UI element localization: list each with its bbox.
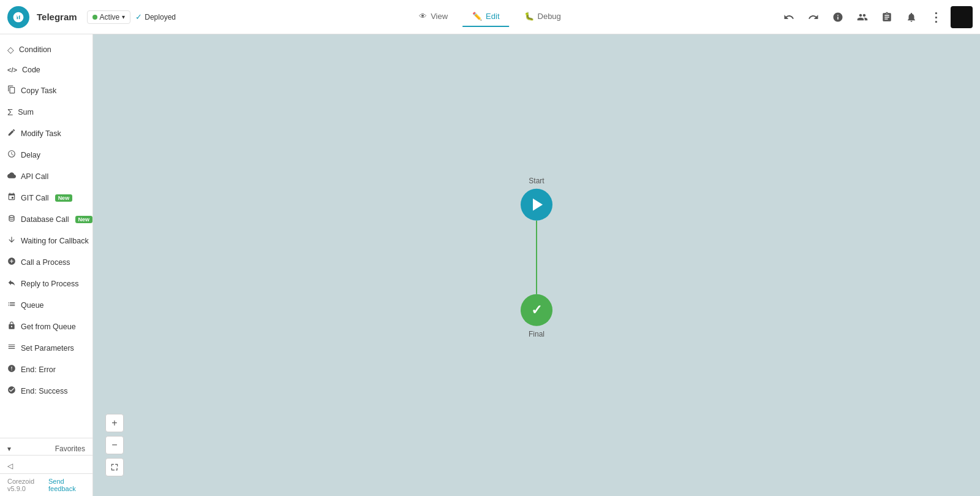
connector-line — [536, 220, 537, 294]
git-icon — [7, 193, 16, 203]
tab-view[interactable]: 👁 View — [409, 7, 458, 27]
tab-debug[interactable]: 🐛 Debug — [514, 7, 571, 27]
debug-icon: 🐛 — [524, 12, 534, 21]
tab-debug-label: Debug — [538, 12, 561, 21]
edit-icon: ✏️ — [472, 12, 482, 21]
header: Telegram Active ▾ ✓ Deployed 👁 View ✏️ E… — [0, 0, 980, 34]
users-button[interactable] — [853, 7, 872, 27]
sidebar-item-git-call[interactable]: GIT Call New — [0, 187, 92, 208]
undo-button[interactable] — [779, 7, 799, 27]
chevron-down-icon: ▾ — [7, 444, 11, 453]
zoom-in-button[interactable]: + — [105, 414, 124, 432]
check-icon: ✓ — [135, 12, 142, 21]
tab-view-label: View — [431, 12, 448, 21]
copy-icon — [7, 85, 16, 96]
end-success-icon — [7, 386, 16, 396]
app-title: Telegram — [37, 12, 77, 22]
database-icon — [7, 214, 16, 224]
end-error-icon — [7, 364, 16, 375]
header-tabs: 👁 View ✏️ Edit 🐛 Debug — [409, 7, 571, 27]
sidebar-item-queue[interactable]: Queue — [0, 294, 92, 316]
status-active[interactable]: Active ▾ — [87, 10, 131, 24]
fit-view-button[interactable] — [105, 458, 124, 476]
sidebar-item-sum[interactable]: Σ Sum — [0, 101, 92, 123]
sidebar-item-label: End: Error — [21, 365, 56, 374]
send-feedback-link[interactable]: Send feedback — [48, 478, 85, 492]
sidebar-item-label: Call a Process — [21, 258, 70, 267]
sidebar-item-waiting-callback[interactable]: Waiting for Callback — [0, 230, 92, 251]
header-toolbar: ⋮ — [779, 6, 973, 28]
tab-edit[interactable]: ✏️ Edit — [462, 7, 509, 27]
avatar[interactable] — [951, 6, 973, 28]
sidebar-item-set-parameters[interactable]: Set Parameters — [0, 337, 92, 359]
set-params-icon — [7, 343, 16, 353]
more-button[interactable]: ⋮ — [926, 7, 946, 27]
main-layout: ◇ Condition </> Code Copy Task Σ Sum — [0, 34, 980, 496]
active-label: Active — [100, 13, 120, 21]
flow-diagram: Start ✓ Final — [521, 176, 552, 338]
collapse-icon: ◁ — [7, 462, 13, 470]
fit-icon — [110, 463, 119, 471]
sidebar-item-label: Database Call — [21, 215, 69, 224]
sum-icon: Σ — [7, 107, 13, 117]
active-dot — [92, 15, 97, 20]
canvas-controls: + − — [105, 414, 124, 476]
sidebar-item-api-call[interactable]: API Call — [0, 166, 92, 187]
sidebar-item-label: Condition — [19, 45, 51, 54]
start-node[interactable] — [521, 188, 552, 220]
queue-icon — [7, 300, 16, 310]
info-button[interactable] — [828, 7, 848, 27]
sidebar-item-call-process[interactable]: Call a Process — [0, 251, 92, 273]
plus-icon: + — [111, 418, 117, 429]
call-process-icon — [7, 257, 16, 267]
sidebar-item-delay[interactable]: Delay — [0, 144, 92, 166]
api-icon — [7, 171, 16, 181]
reply-icon — [7, 278, 16, 289]
favorites-label: Favorites — [55, 444, 85, 453]
code-icon: </> — [7, 66, 17, 74]
sidebar-item-modify-task[interactable]: Modify Task — [0, 123, 92, 144]
sidebar-item-database-call[interactable]: Database Call New — [0, 208, 92, 230]
sidebar-item-reply-process[interactable]: Reply to Process — [0, 273, 92, 294]
check-mark-icon: ✓ — [531, 302, 542, 318]
play-icon — [533, 198, 543, 210]
chevron-down-icon: ▾ — [122, 13, 125, 20]
sidebar-item-label: End: Success — [21, 387, 67, 395]
app-logo — [7, 6, 29, 28]
get-queue-icon — [7, 321, 16, 332]
start-label: Start — [529, 176, 544, 185]
sidebar-item-condition[interactable]: ◇ Condition — [0, 39, 92, 60]
final-label: Final — [529, 329, 545, 338]
sidebar-item-label: Get from Queue — [21, 322, 76, 331]
canvas[interactable]: Start ✓ Final + − — [93, 34, 980, 496]
sidebar-item-label: GIT Call — [21, 194, 49, 202]
minus-icon: − — [111, 440, 117, 451]
sidebar-item-get-queue[interactable]: Get from Queue — [0, 316, 92, 337]
deployed-label: Deployed — [145, 13, 176, 21]
sidebar-item-label: Delay — [21, 151, 40, 159]
sidebar: ◇ Condition </> Code Copy Task Σ Sum — [0, 34, 93, 496]
redo-button[interactable] — [804, 7, 823, 27]
final-node[interactable]: ✓ — [521, 294, 552, 326]
clipboard-button[interactable] — [877, 7, 897, 27]
sidebar-item-label: Reply to Process — [21, 280, 78, 288]
bell-button[interactable] — [902, 7, 921, 27]
status-deployed: ✓ Deployed — [135, 12, 176, 21]
sidebar-footer: Corezoid v5.9.0 Send feedback — [0, 473, 92, 496]
version-label: Corezoid v5.9.0 — [7, 478, 46, 492]
sidebar-item-copy-task[interactable]: Copy Task — [0, 80, 92, 101]
sidebar-item-end-error[interactable]: End: Error — [0, 359, 92, 380]
sidebar-item-code[interactable]: </> Code — [0, 60, 92, 80]
sidebar-item-end-success[interactable]: End: Success — [0, 380, 92, 402]
sidebar-item-label: Modify Task — [21, 129, 61, 138]
sidebar-item-label: Copy Task — [21, 86, 56, 95]
tab-edit-label: Edit — [486, 12, 499, 21]
sidebar-item-label: Set Parameters — [21, 344, 74, 353]
view-icon: 👁 — [419, 12, 427, 21]
sidebar-items: ◇ Condition </> Code Copy Task Σ Sum — [0, 34, 92, 438]
sidebar-item-label: Code — [22, 66, 40, 74]
git-badge: New — [55, 194, 73, 202]
zoom-out-button[interactable]: − — [105, 436, 124, 454]
sidebar-item-label: API Call — [21, 172, 48, 181]
modify-icon — [7, 128, 16, 139]
